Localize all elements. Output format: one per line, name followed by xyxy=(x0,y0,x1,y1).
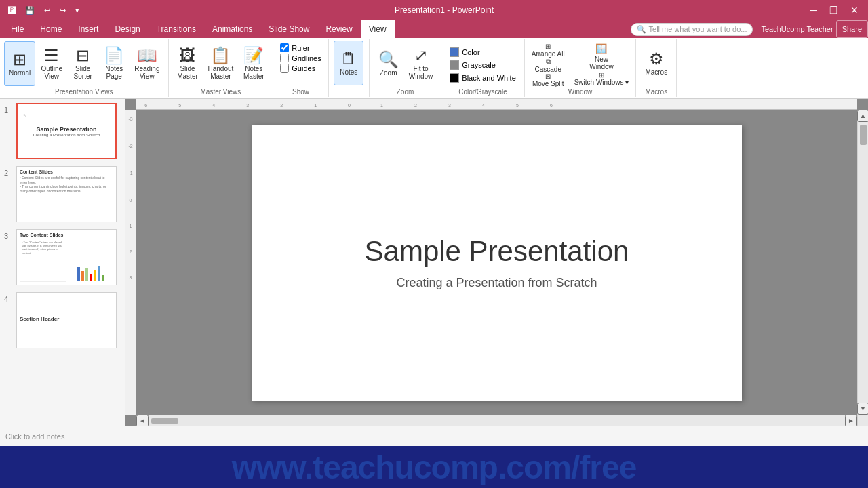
ruler-checkbox[interactable] xyxy=(280,43,289,52)
black-white-option[interactable]: Black and White xyxy=(447,72,518,84)
notes-button[interactable]: 🗒 Notes xyxy=(334,41,363,85)
scroll-left-button[interactable]: ◄ xyxy=(136,415,149,427)
handout-master-icon: 📋 xyxy=(210,47,231,64)
tab-file[interactable]: File xyxy=(3,20,32,38)
minimize-button[interactable]: ─ xyxy=(806,3,821,17)
notes-area[interactable]: Click to add notes xyxy=(0,426,868,446)
macros-icon: ⚙ xyxy=(649,51,664,67)
scroll-thumb-h[interactable] xyxy=(151,418,178,424)
grayscale-option[interactable]: Grayscale xyxy=(447,59,518,71)
gridlines-label: Gridlines xyxy=(292,54,321,62)
tab-review[interactable]: Review xyxy=(317,20,360,38)
scrollbar-horizontal[interactable]: ◄ ► xyxy=(136,415,857,426)
notes-master-icon: 📝 xyxy=(243,47,264,64)
scrollbar-vertical[interactable]: ▲ ▼ xyxy=(857,110,868,415)
tab-home[interactable]: Home xyxy=(32,20,70,38)
color-option[interactable]: Color xyxy=(447,46,518,58)
tell-me-box[interactable]: 🔍 Tell me what you want to do... xyxy=(631,23,753,36)
outline-view-button[interactable]: ☰ OutlineView xyxy=(37,41,66,86)
normal-view-button[interactable]: ⊞ Normal xyxy=(4,41,35,86)
normal-icon: ⊞ xyxy=(13,52,26,68)
svg-text:-6: -6 xyxy=(143,103,147,108)
slide-master-icon: 🖼 xyxy=(180,47,196,64)
slide-preview-3[interactable]: Two Content Slides • Two "Content" slide… xyxy=(16,229,117,285)
new-window-button[interactable]: 🪟 NewWindow xyxy=(572,43,632,70)
switch-windows-button[interactable]: ⊞ Switch Windows ▾ xyxy=(572,72,632,85)
tab-insert[interactable]: Insert xyxy=(70,20,106,38)
powerpoint-icon[interactable]: 🅿 xyxy=(5,5,18,16)
new-window-icon: 🪟 xyxy=(595,43,607,54)
fit-to-window-button[interactable]: ⤢ Fit toWindow xyxy=(405,41,437,86)
gridlines-checkbox-label[interactable]: Gridlines xyxy=(280,54,321,62)
scroll-right-button[interactable]: ► xyxy=(845,415,857,427)
cascade-icon: ⧉ xyxy=(546,58,551,66)
show-label: Show xyxy=(292,87,309,96)
guides-checkbox[interactable] xyxy=(280,64,289,73)
restore-button[interactable]: ❒ xyxy=(825,3,842,17)
slide-canvas: Sample Presentation Creating a Presentat… xyxy=(252,125,742,401)
tab-slideshow[interactable]: Slide Show xyxy=(260,20,317,38)
slide-panel: 1 Sample Presentation Creating a Present… xyxy=(0,99,125,426)
canvas-area: -6 -5 -4 -3 -2 -1 0 1 2 3 4 5 6 xyxy=(125,99,868,426)
slide-number-2: 2 xyxy=(4,166,14,177)
handout-master-button[interactable]: 📋 HandoutMaster xyxy=(204,41,238,86)
main-area: 1 Sample Presentation Creating a Present… xyxy=(0,99,868,426)
notes-page-button[interactable]: 📄 NotesPage xyxy=(99,41,129,86)
ribbon-content: ⊞ Normal ☰ OutlineView ⊟ SlideSorter 📄 N… xyxy=(0,38,868,98)
color-grayscale-group: Color Grayscale Black and White Color/Gr… xyxy=(441,39,524,97)
svg-text:2: 2 xyxy=(414,103,417,108)
slide-canvas-area[interactable]: Sample Presentation Creating a Presentat… xyxy=(136,110,857,415)
zoom-icon: 🔍 xyxy=(378,52,399,68)
slide-thumb-4[interactable]: 4 Section Header xyxy=(3,291,122,350)
macros-button[interactable]: ⚙ Macros xyxy=(641,41,671,85)
scroll-track-v[interactable] xyxy=(858,122,868,403)
cascade-button[interactable]: ⧉ Cascade xyxy=(529,58,568,72)
close-button[interactable]: ✕ xyxy=(846,3,863,17)
share-button[interactable]: Share xyxy=(836,20,868,38)
watermark-bar: www.teachucomp.com/free xyxy=(0,446,868,488)
scroll-thumb-v[interactable] xyxy=(860,125,867,145)
ruler-label: Ruler xyxy=(292,44,309,52)
slide-1-subtitle-preview: Creating a Presentation from Scratch xyxy=(33,133,100,137)
presentation-views-group: ⊞ Normal ☰ OutlineView ⊟ SlideSorter 📄 N… xyxy=(0,39,169,97)
master-views-label: Master Views xyxy=(200,87,241,96)
slide-3-left-preview: • Two "Content" slides are placed side b… xyxy=(20,239,66,282)
guides-checkbox-label[interactable]: Guides xyxy=(280,64,321,73)
undo-button[interactable]: ↩ xyxy=(41,5,53,16)
tab-transitions[interactable]: Transitions xyxy=(149,20,204,38)
save-button[interactable]: 💾 xyxy=(22,5,37,16)
gridlines-checkbox[interactable] xyxy=(280,54,289,62)
slide-thumb-1[interactable]: 1 Sample Presentation Creating a Present… xyxy=(3,102,122,161)
slide-4-divider xyxy=(20,325,94,325)
scroll-track-h[interactable] xyxy=(149,418,845,424)
slide-number-4: 4 xyxy=(4,292,14,303)
reading-view-button[interactable]: 📖 ReadingView xyxy=(130,41,163,86)
tab-view[interactable]: View xyxy=(361,20,395,38)
slide-sorter-button[interactable]: ⊟ SlideSorter xyxy=(68,41,98,86)
show-options: Ruler Gridlines Guides xyxy=(277,41,323,75)
slide-master-button[interactable]: 🖼 SlideMaster xyxy=(173,41,203,86)
arrange-all-button[interactable]: ⊞ Arrange All xyxy=(529,43,568,57)
ruler-checkbox-label[interactable]: Ruler xyxy=(280,43,321,52)
scroll-up-button[interactable]: ▲ xyxy=(857,110,868,122)
slide-thumb-3[interactable]: 3 Two Content Slides • Two "Content" sli… xyxy=(3,228,122,287)
scroll-down-button[interactable]: ▼ xyxy=(857,403,868,415)
notes-icon: 🗒 xyxy=(340,51,357,67)
customize-qat-button[interactable]: ▾ xyxy=(73,5,82,16)
move-split-button[interactable]: ⊠ Move Split xyxy=(529,73,568,87)
window-group: ⊞ Arrange All ⧉ Cascade ⊠ Move Split 🪟 N… xyxy=(525,39,637,97)
user-account[interactable]: TeachUcomp Teacher xyxy=(758,20,835,38)
tab-design[interactable]: Design xyxy=(106,20,148,38)
notes-master-button[interactable]: 📝 NotesMaster xyxy=(239,41,269,86)
slide-preview-4[interactable]: Section Header xyxy=(16,292,117,348)
slide-sorter-icon: ⊟ xyxy=(76,47,90,64)
tab-animations[interactable]: Animations xyxy=(204,20,260,38)
slide-preview-2[interactable]: Content Slides • Content Slides are usef… xyxy=(16,166,117,222)
zoom-button[interactable]: 🔍 Zoom xyxy=(374,41,403,86)
slide-preview-1[interactable]: Sample Presentation Creating a Presentat… xyxy=(16,103,117,159)
redo-button[interactable]: ↪ xyxy=(57,5,68,16)
notes-placeholder: Click to add notes xyxy=(5,432,64,441)
presentation-views-label: Presentation Views xyxy=(55,87,113,96)
slide-thumb-2[interactable]: 2 Content Slides • Content Slides are us… xyxy=(3,165,122,224)
watermark-text: www.teachucomp.com/free xyxy=(232,449,637,486)
